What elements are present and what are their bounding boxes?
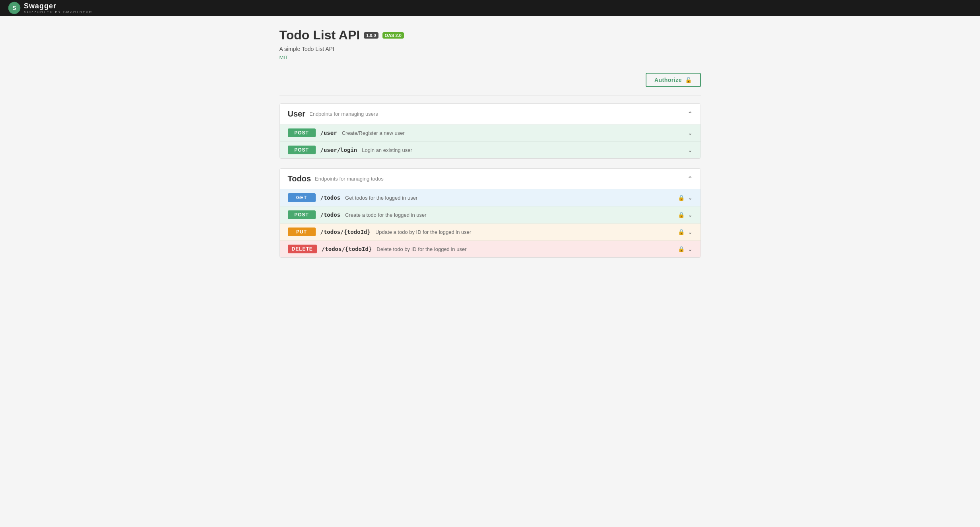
method-badge-user-1: POST: [288, 146, 316, 154]
section-name-todos: Todos: [288, 174, 311, 183]
api-license-link[interactable]: MIT: [279, 54, 288, 60]
method-badge-todos-0: GET: [288, 193, 316, 202]
api-title-row: Todo List API 1.0.0 OAS 2.0: [279, 28, 701, 43]
authorize-button-label: Authorize: [654, 77, 682, 83]
endpoint-chevron-todos-0: ⌄: [688, 194, 693, 201]
method-badge-todos-2: PUT: [288, 228, 316, 236]
section-chevron-user: ⌃: [687, 110, 693, 118]
api-title: Todo List API: [279, 28, 360, 43]
authorize-lock-icon: 🔓: [685, 77, 692, 83]
swagger-logo-icon: S: [8, 2, 21, 14]
section-description-todos: Endpoints for managing todos: [315, 176, 384, 182]
endpoint-path-todos-0: /todos: [320, 194, 341, 201]
endpoint-path-user-1: /user/login: [320, 147, 357, 153]
lock-icon-todos-0: 🔒: [678, 194, 685, 201]
endpoint-row-todos-3[interactable]: DELETE /todos/{todoId} Delete todo by ID…: [280, 241, 701, 257]
endpoint-row-todos-0[interactable]: GET /todos Get todos for the logged in u…: [280, 189, 701, 206]
lock-icon-todos-1: 🔒: [678, 212, 685, 218]
lock-icon-todos-2: 🔒: [678, 229, 685, 235]
endpoint-summary-user-1: Login an existing user: [362, 147, 687, 153]
section-todos: Todos Endpoints for managing todos ⌃ GET…: [279, 168, 701, 258]
navbar-logo: S Swagger supported by SMARTBEAR: [8, 2, 93, 14]
endpoint-chevron-user-0: ⌄: [688, 130, 693, 136]
endpoint-actions-todos-3: 🔒 ⌄: [678, 246, 693, 252]
endpoint-row-todos-1[interactable]: POST /todos Create a todo for the logged…: [280, 206, 701, 224]
api-title-section: Todo List API 1.0.0 OAS 2.0 A simple Tod…: [279, 28, 701, 61]
lock-icon-todos-3: 🔒: [678, 246, 685, 252]
section-user: User Endpoints for managing users ⌃ POST…: [279, 103, 701, 159]
authorize-section: Authorize 🔓: [279, 73, 701, 95]
endpoint-chevron-todos-2: ⌄: [688, 229, 693, 235]
endpoint-summary-todos-1: Create a todo for the logged in user: [345, 212, 677, 218]
endpoint-actions-user-1: ⌄: [688, 147, 693, 153]
endpoint-path-todos-1: /todos: [320, 212, 341, 218]
navbar-brand-name: Swagger: [24, 2, 56, 10]
section-description-user: Endpoints for managing users: [309, 111, 378, 117]
method-badge-todos-1: POST: [288, 210, 316, 219]
api-description: A simple Todo List API: [279, 46, 701, 52]
endpoint-actions-todos-2: 🔒 ⌄: [678, 229, 693, 235]
endpoint-actions-user-0: ⌄: [688, 130, 693, 136]
navbar: S Swagger supported by SMARTBEAR: [0, 0, 980, 16]
section-header-left-user: User Endpoints for managing users: [288, 109, 378, 119]
endpoint-path-todos-2: /todos/{todoId}: [320, 229, 371, 235]
endpoint-summary-todos-2: Update a todo by ID for the logged in us…: [375, 229, 678, 235]
endpoint-summary-todos-3: Delete todo by ID for the logged in user: [376, 246, 677, 252]
endpoint-chevron-todos-3: ⌄: [688, 246, 693, 252]
section-header-left-todos: Todos Endpoints for managing todos: [288, 174, 384, 183]
endpoint-path-todos-3: /todos/{todoId}: [322, 246, 372, 252]
endpoint-summary-user-0: Create/Register a new user: [342, 130, 688, 136]
oas-badge: OAS 2.0: [382, 32, 404, 39]
endpoint-row-user-1[interactable]: POST /user/login Login an existing user …: [280, 142, 701, 158]
main-content: Todo List API 1.0.0 OAS 2.0 A simple Tod…: [272, 16, 709, 279]
endpoint-chevron-user-1: ⌄: [688, 147, 693, 153]
section-header-user[interactable]: User Endpoints for managing users ⌃: [280, 104, 701, 124]
endpoint-row-todos-2[interactable]: PUT /todos/{todoId} Update a todo by ID …: [280, 224, 701, 241]
section-name-user: User: [288, 109, 305, 119]
endpoint-chevron-todos-1: ⌄: [688, 212, 693, 218]
endpoint-path-user-0: /user: [320, 130, 337, 136]
endpoint-actions-todos-1: 🔒 ⌄: [678, 212, 693, 218]
version-badge: 1.0.0: [364, 32, 378, 39]
sections-container: User Endpoints for managing users ⌃ POST…: [279, 103, 701, 258]
endpoint-summary-todos-0: Get todos for the logged in user: [345, 195, 677, 201]
endpoint-actions-todos-0: 🔒 ⌄: [678, 194, 693, 201]
authorize-button[interactable]: Authorize 🔓: [646, 73, 701, 87]
section-chevron-todos: ⌃: [687, 175, 693, 183]
svg-text:S: S: [12, 5, 16, 11]
method-badge-user-0: POST: [288, 128, 316, 137]
method-badge-todos-3: DELETE: [288, 245, 317, 253]
navbar-brand-sub: supported by SMARTBEAR: [24, 10, 93, 14]
endpoint-row-user-0[interactable]: POST /user Create/Register a new user ⌄: [280, 124, 701, 142]
section-header-todos[interactable]: Todos Endpoints for managing todos ⌃: [280, 169, 701, 189]
